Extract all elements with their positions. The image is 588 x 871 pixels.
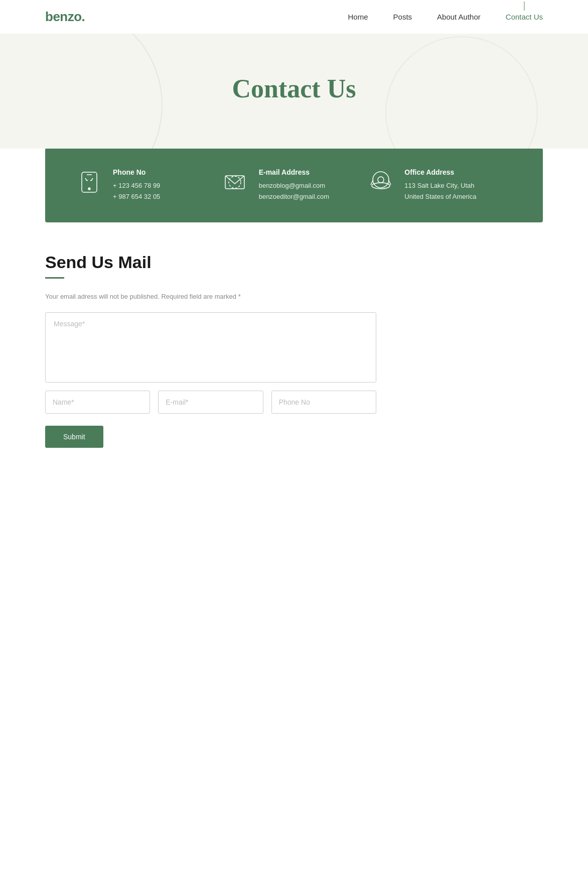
svg-line-6 (91, 178, 93, 181)
svg-line-4 (87, 180, 88, 181)
svg-point-8 (229, 176, 241, 188)
email-input[interactable] (158, 391, 263, 414)
title-underline (45, 277, 64, 279)
form-note: Your email adress will not be published.… (45, 293, 543, 300)
page-title: Contact Us (0, 74, 588, 103)
hero-section: Contact Us (0, 34, 588, 149)
nav-contact[interactable]: Contact Us (506, 13, 543, 21)
phone-info-text: Phone No + 123 456 78 99 + 987 654 32 05 (113, 168, 160, 202)
email-icon (221, 168, 249, 196)
svg-point-9 (373, 172, 389, 188)
send-mail-section: Send Us Mail Your email adress will not … (0, 222, 588, 468)
logo[interactable]: benzo. (45, 9, 85, 25)
name-input[interactable] (45, 391, 150, 414)
message-input[interactable] (45, 312, 376, 383)
contact-email-item: E-mail Address benzoblog@gmail.com benzo… (221, 168, 367, 202)
contact-phone-item: Phone No + 123 456 78 99 + 987 654 32 05 (75, 168, 221, 202)
nav-home[interactable]: Home (348, 13, 368, 21)
site-header: benzo. Home Posts About Author Contact U… (0, 0, 588, 34)
contact-office-item: Office Address 113 Salt Lake City, Utah … (367, 168, 513, 202)
office-info-text: Office Address 113 Salt Lake City, Utah … (404, 168, 476, 202)
svg-point-10 (378, 177, 384, 183)
phone-icon (75, 168, 103, 196)
form-row (45, 391, 376, 414)
logo-text: benzo. (45, 9, 85, 24)
email-info-text: E-mail Address benzoblog@gmail.com benzo… (259, 168, 329, 202)
contact-info-card: Phone No + 123 456 78 99 + 987 654 32 05… (45, 148, 543, 222)
submit-button[interactable]: Submit (45, 426, 103, 448)
main-nav: Home Posts About Author Contact Us (348, 13, 543, 21)
svg-line-3 (85, 178, 87, 181)
location-icon (367, 168, 394, 196)
nav-posts[interactable]: Posts (393, 13, 412, 21)
svg-point-2 (88, 188, 90, 190)
send-mail-title: Send Us Mail (45, 253, 543, 272)
phone-input[interactable] (271, 391, 376, 414)
nav-about[interactable]: About Author (437, 13, 481, 21)
